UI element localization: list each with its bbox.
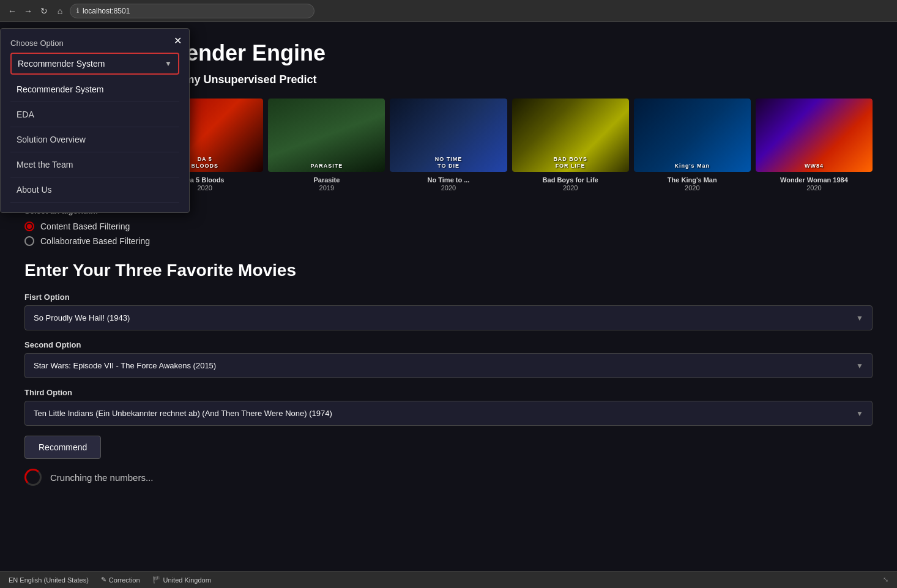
movie-year-parasite: 2019 xyxy=(268,184,385,192)
choose-option-label: Choose Option xyxy=(10,39,179,48)
dropdown-arrow-icon: ▼ xyxy=(165,59,172,68)
menu-item-eda[interactable]: EDA xyxy=(10,102,179,127)
poster-image-ww84: WW84 xyxy=(756,99,873,172)
option-dropdown[interactable]: Recommender System ▼ xyxy=(10,53,179,75)
movie-title-kingsman: The King's Man xyxy=(634,176,751,184)
movie-card-ww84[interactable]: WW84 Wonder Woman 1984 2020 xyxy=(756,99,873,192)
movie-year-ww84: 2020 xyxy=(756,184,873,192)
movie-poster-kingsman: King's Man xyxy=(634,99,751,172)
movie-title-badboys: Bad Boys for Life xyxy=(512,176,629,184)
menu-item-about-us[interactable]: About Us xyxy=(10,177,179,203)
url-text: localhost:8501 xyxy=(83,7,130,15)
app-container: ✕ Choose Option Recommender System ▼ Rec… xyxy=(0,22,897,571)
dropdown-value: Recommender System xyxy=(18,59,105,69)
language-status: EN English (United States) xyxy=(9,576,89,584)
movie-year-kingsman: 2020 xyxy=(634,184,751,192)
option1-value: So Proudly We Hail! (1943) xyxy=(34,313,130,322)
algorithm-radio-group: Content Based Filtering Collaborative Ba… xyxy=(24,221,873,246)
loading-spinner xyxy=(24,469,42,486)
info-icon: ℹ xyxy=(76,7,79,15)
option2-select[interactable]: Star Wars: Episode VII - The Force Awake… xyxy=(24,353,873,378)
address-bar[interactable]: ℹ localhost:8501 xyxy=(70,4,315,18)
status-bar: EN English (United States) ✎ Correction … xyxy=(0,571,897,588)
movie-poster-ww84: WW84 xyxy=(756,99,873,172)
radio-collaborative[interactable]: Collaborative Based Filtering xyxy=(24,236,873,246)
radio-content-based[interactable]: Content Based Filtering xyxy=(24,221,873,231)
home-button[interactable]: ⌂ xyxy=(54,5,66,17)
crunching-text: Crunching the numbers... xyxy=(50,472,153,483)
correction-icon: ✎ xyxy=(101,576,106,584)
movie-card-kingsman[interactable]: King's Man The King's Man 2020 xyxy=(634,99,751,192)
radio-collaborative-label: Collaborative Based Filtering xyxy=(40,236,150,246)
movie-poster-badboys: BAD BOYSFOR LIFE xyxy=(512,99,629,172)
movie-card-parasite[interactable]: PARASITE Parasite 2019 xyxy=(268,99,385,192)
poster-image-badboys: BAD BOYSFOR LIFE xyxy=(512,99,629,172)
radio-content-based-label: Content Based Filtering xyxy=(40,221,130,231)
browser-chrome: ← → ↻ ⌂ ℹ localhost:8501 xyxy=(0,0,897,22)
forward-button[interactable]: → xyxy=(22,5,34,17)
option1-arrow-icon: ▼ xyxy=(856,314,863,322)
recommend-button[interactable]: Recommend xyxy=(24,436,101,459)
option3-value: Ten Little Indians (Ein Unbekannter rech… xyxy=(34,409,332,418)
movie-year-notimetodie: 2020 xyxy=(390,184,507,192)
option2-label: Second Option xyxy=(24,340,873,349)
option1-select[interactable]: So Proudly We Hail! (1943) ▼ xyxy=(24,305,873,330)
menu-item-recommender[interactable]: Recommender System xyxy=(10,77,179,102)
poster-image-parasite: PARASITE xyxy=(268,99,385,172)
back-button[interactable]: ← xyxy=(6,5,18,17)
poster-image-kingsman: King's Man xyxy=(634,99,751,172)
movie-card-notimetodie[interactable]: NO TIMETO DIE No Time to ... 2020 xyxy=(390,99,507,192)
poster-image-notimetodie: NO TIMETO DIE xyxy=(390,99,507,172)
crunching-row: Crunching the numbers... xyxy=(24,469,873,486)
option3-label: Third Option xyxy=(24,388,873,397)
reload-button[interactable]: ↻ xyxy=(38,5,50,17)
option3-arrow-icon: ▼ xyxy=(856,409,863,418)
flag-icon: 🏴 xyxy=(152,576,161,584)
movie-year-badboys: 2020 xyxy=(512,184,629,192)
movie-poster-notimetodie: NO TIMETO DIE xyxy=(390,99,507,172)
option3-select[interactable]: Ten Little Indians (Ein Unbekannter rech… xyxy=(24,401,873,426)
radio-collaborative-circle xyxy=(24,236,34,246)
resize-handle[interactable]: ⤡ xyxy=(883,576,888,584)
menu-item-solution-overview[interactable]: Solution Overview xyxy=(10,127,179,152)
option2-arrow-icon: ▼ xyxy=(856,362,863,370)
option2-value: Star Wars: Episode VII - The Force Awake… xyxy=(34,361,216,370)
option1-label: Fisrt Option xyxy=(24,292,873,302)
movie-title-notimetodie: No Time to ... xyxy=(390,176,507,184)
movie-card-badboys[interactable]: BAD BOYSFOR LIFE Bad Boys for Life 2020 xyxy=(512,99,629,192)
dropdown-menu: Recommender System EDA Solution Overview… xyxy=(10,77,179,203)
movie-poster-parasite: PARASITE xyxy=(268,99,385,172)
favorites-title: Enter Your Three Favorite Movies xyxy=(24,261,873,280)
sidebar-close-button[interactable]: ✕ xyxy=(174,35,182,47)
menu-item-meet-the-team[interactable]: Meet the Team xyxy=(10,152,179,177)
region-status: 🏴 United Kingdom xyxy=(152,576,211,584)
movie-title-ww84: Wonder Woman 1984 xyxy=(756,176,873,184)
movie-title-parasite: Parasite xyxy=(268,176,385,184)
sidebar-panel: ✕ Choose Option Recommender System ▼ Rec… xyxy=(0,28,190,213)
radio-content-based-circle xyxy=(24,221,34,231)
correction-status: ✎ Correction xyxy=(101,576,140,584)
